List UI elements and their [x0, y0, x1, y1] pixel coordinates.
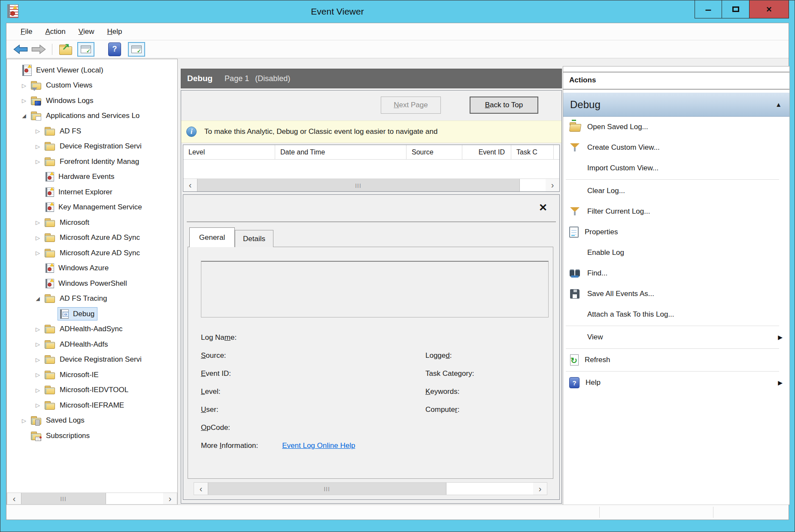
tree-item-windows-azure[interactable]: Windows Azure [7, 261, 177, 276]
back-to-top-button[interactable]: Back to Top [470, 97, 538, 114]
action-item-help[interactable]: Help ▶ [563, 372, 789, 393]
expander-collapsed-icon[interactable]: ▷ [33, 402, 43, 408]
collapse-section-icon[interactable]: ▲ [775, 101, 782, 108]
expander-collapsed-icon[interactable]: ▷ [33, 341, 43, 348]
back-button[interactable] [13, 44, 28, 54]
tree-item-microsoft-ieframe[interactable]: ▷ Microsoft-IEFRAME [7, 398, 177, 413]
tree-item-adhealth-aadsync[interactable]: ▷ ADHealth-AadSync [7, 322, 177, 337]
close-button[interactable]: × [749, 0, 789, 18]
expander-collapsed-icon[interactable]: ▷ [19, 82, 29, 89]
tree-item-device-registration[interactable]: ▷ Device Registration Servi [7, 139, 177, 154]
scrollbar-track[interactable] [446, 483, 533, 495]
scroll-left-button[interactable]: ‹ [183, 179, 197, 191]
action-item-import-custom-view[interactable]: Import Custom View... [563, 158, 789, 178]
tab-details[interactable]: Details [235, 230, 273, 247]
tree-item-windows-logs[interactable]: ▷ Windows Logs [7, 93, 177, 109]
expander-collapsed-icon[interactable]: ▷ [33, 372, 43, 378]
tree-item-forefront-identity[interactable]: ▷ Forefront Identity Manag [7, 154, 177, 169]
tree-item-internet-explorer[interactable]: Internet Explorer [7, 184, 177, 200]
tree-item-microsoft-ie[interactable]: ▷ Microsoft-IE [7, 367, 177, 383]
scroll-left-button[interactable]: ‹ [194, 483, 208, 495]
action-item-filter-current-log[interactable]: Filter Current Log... [563, 201, 789, 222]
event-table-body[interactable] [183, 160, 559, 178]
show-console-tree-button[interactable] [77, 42, 94, 57]
show-action-pane-button[interactable] [128, 42, 145, 57]
next-page-button[interactable]: Next Page [381, 97, 441, 114]
expander-expanded-icon[interactable]: ◢ [33, 296, 43, 302]
tree-item-saved-logs[interactable]: ▷ Saved Logs [7, 413, 177, 429]
action-item-refresh[interactable]: Refresh [563, 350, 789, 370]
action-item-open-saved-log[interactable]: Open Saved Log... [563, 117, 789, 137]
menu-view[interactable]: View [72, 23, 101, 40]
tree-item-windows-powershell[interactable]: Windows PowerShell [7, 276, 177, 291]
action-item-enable-log[interactable]: Enable Log [563, 242, 789, 263]
expander-collapsed-icon[interactable]: ▷ [19, 417, 29, 424]
expander-collapsed-icon[interactable]: ▷ [33, 219, 43, 226]
title-bar[interactable]: Event Viewer – × [0, 0, 795, 23]
tree-item-applications-services[interactable]: ◢ Applications and Services Lo [7, 109, 177, 124]
tree-item-microsoft-iedvtool[interactable]: ▷ Microsoft-IEDVTOOL [7, 383, 177, 398]
export-log-button[interactable]: ↗ [58, 43, 74, 56]
tree-item-device-registration-2[interactable]: ▷ Device Registration Servi [7, 352, 177, 368]
expander-collapsed-icon[interactable]: ▷ [33, 235, 43, 241]
minimize-button[interactable]: – [695, 0, 722, 18]
maximize-button[interactable] [722, 0, 749, 18]
tree-item-microsoft[interactable]: ▷ Microsoft [7, 215, 177, 230]
tree-item-event-viewer-local[interactable]: Event Viewer (Local) [7, 63, 177, 78]
column-header-level[interactable]: Level [183, 145, 275, 159]
tab-general[interactable]: General [189, 227, 235, 247]
details-horizontal-scrollbar[interactable]: ‹ ||| › [194, 482, 547, 495]
tree-item-adhealth-adfs[interactable]: ▷ ADHealth-Adfs [7, 337, 177, 352]
action-item-label: Enable Log [587, 248, 624, 257]
menu-file[interactable]: File [14, 23, 39, 40]
column-header-date-time[interactable]: Date and Time [275, 145, 407, 159]
scroll-right-button[interactable]: › [546, 179, 559, 191]
tree-item-hardware-events[interactable]: Hardware Events [7, 169, 177, 185]
action-item-clear-log[interactable]: Clear Log... [563, 181, 789, 201]
expander-collapsed-icon[interactable]: ▷ [33, 250, 43, 256]
tree-item-debug[interactable]: Debug [7, 306, 177, 322]
scroll-left-button[interactable]: ‹ [7, 493, 21, 504]
expander-expanded-icon[interactable]: ◢ [19, 113, 29, 119]
folder-pane-icon [30, 111, 42, 121]
expander-collapsed-icon[interactable]: ▷ [33, 143, 43, 150]
scroll-right-button[interactable]: › [533, 483, 547, 495]
action-item-save-all-events-as[interactable]: Save All Events As... [563, 284, 789, 304]
menu-action[interactable]: Action [39, 23, 72, 40]
menu-help[interactable]: Help [101, 23, 129, 40]
tree-item-azure-ad-sync-2[interactable]: ▷ Microsoft Azure AD Sync [7, 245, 177, 261]
close-details-pane-button[interactable]: ✕ [539, 203, 547, 213]
forward-button[interactable] [31, 44, 46, 54]
scrollbar-thumb[interactable]: ||| [21, 493, 106, 504]
expander-collapsed-icon[interactable]: ▷ [33, 128, 43, 134]
action-item-view[interactable]: View ▶ [563, 327, 789, 348]
scrollbar-track[interactable] [520, 179, 546, 191]
action-item-properties[interactable]: Properties [563, 222, 789, 242]
event-table-horizontal-scrollbar[interactable]: ‹ ||| › [183, 178, 559, 191]
expander-collapsed-icon[interactable]: ▷ [33, 387, 43, 393]
column-header-task-category[interactable]: Task C [511, 145, 554, 159]
debug-section-header[interactable]: Debug ▲ [563, 93, 789, 117]
tree-item-ad-fs[interactable]: ▷ AD FS [7, 124, 177, 139]
column-header-event-id[interactable]: Event ID [462, 145, 511, 159]
scrollbar-thumb[interactable]: ||| [197, 179, 520, 191]
column-header-source[interactable]: Source [407, 145, 462, 159]
tree-item-custom-views[interactable]: ▷ Custom Views [7, 78, 177, 94]
tree-item-azure-ad-sync-1[interactable]: ▷ Microsoft Azure AD Sync [7, 230, 177, 246]
action-item-find[interactable]: Find... [563, 263, 789, 284]
scrollbar-thumb[interactable]: ||| [208, 483, 446, 495]
tree-horizontal-scrollbar[interactable]: ‹ ||| › [7, 493, 177, 505]
expander-collapsed-icon[interactable]: ▷ [33, 326, 43, 332]
expander-collapsed-icon[interactable]: ▷ [19, 97, 29, 104]
scroll-right-button[interactable]: › [163, 493, 177, 504]
tree-item-key-management[interactable]: Key Management Service [7, 200, 177, 215]
scrollbar-track[interactable] [106, 493, 163, 504]
tree-item-ad-fs-tracing[interactable]: ◢ AD FS Tracing [7, 291, 177, 307]
event-log-online-help-link[interactable]: Event Log Online Help [282, 441, 355, 450]
action-item-create-custom-view[interactable]: Create Custom View... [563, 137, 789, 158]
action-item-attach-task[interactable]: Attach a Task To this Log... [563, 304, 789, 325]
tree-item-subscriptions[interactable]: Subscriptions [7, 428, 177, 444]
expander-collapsed-icon[interactable]: ▷ [33, 158, 43, 165]
expander-collapsed-icon[interactable]: ▷ [33, 357, 43, 363]
help-toolbar-button[interactable]: ? [108, 42, 121, 56]
